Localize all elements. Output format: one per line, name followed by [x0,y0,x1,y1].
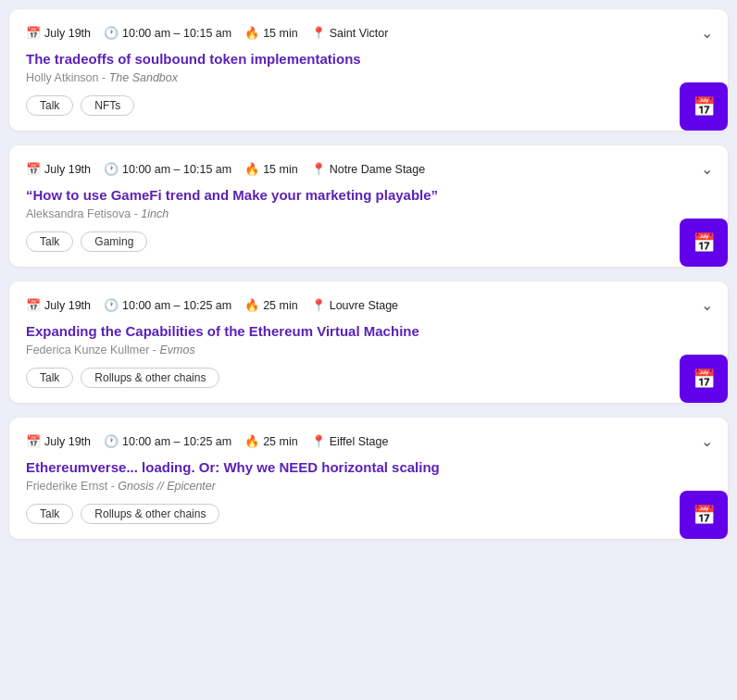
card-speaker: Holly Atkinson - The Sandbox [26,71,713,84]
location-text: Saint Victor [330,27,389,40]
fire-icon: 🔥 [244,162,259,176]
clock-icon: 🕐 [104,162,119,176]
expand-icon[interactable]: ⌄ [701,432,713,450]
location-meta: 📍 Notre Dame Stage [311,162,426,176]
date-meta: 📅 July 19th [26,162,91,176]
card-header: 📅 July 19th 🕐 10:00 am – 10:15 am 🔥 15 m… [26,160,713,178]
card-company: Evmos [160,344,195,356]
card-header: 📅 July 19th 🕐 10:00 am – 10:25 am 🔥 25 m… [26,296,713,314]
time-meta: 🕐 10:00 am – 10:25 am [104,298,231,312]
tag-list: TalkNFTs [26,95,713,116]
card-speaker: Federica Kunze Kullmer - Evmos [26,344,713,356]
date-meta: 📅 July 19th [26,298,91,312]
location-meta: 📍 Louvre Stage [311,298,398,312]
tag-item[interactable]: Gaming [81,231,147,252]
expand-icon[interactable]: ⌄ [701,24,713,42]
expand-icon[interactable]: ⌄ [701,160,713,178]
card-company: 1inch [141,207,169,220]
tag-item[interactable]: NFTs [81,95,134,116]
card-header: 📅 July 19th 🕐 10:00 am – 10:15 am 🔥 15 m… [26,24,713,42]
date-text: July 19th [44,435,91,448]
expand-icon[interactable]: ⌄ [701,296,713,314]
card-meta: 📅 July 19th 🕐 10:00 am – 10:15 am 🔥 15 m… [26,26,388,40]
tag-list: TalkRollups & other chains [26,368,713,388]
card-title[interactable]: The tradeoffs of soulbound token impleme… [26,51,713,67]
card-title[interactable]: Expanding the Capabilities of the Ethere… [26,323,713,339]
time-text: 10:00 am – 10:25 am [122,299,231,312]
clock-icon: 🕐 [104,26,119,40]
date-text: July 19th [44,27,91,40]
tag-item[interactable]: Talk [26,95,73,116]
card-meta: 📅 July 19th 🕐 10:00 am – 10:25 am 🔥 25 m… [26,298,398,312]
fire-icon: 🔥 [244,434,259,448]
time-text: 10:00 am – 10:15 am [122,163,231,176]
duration-text: 15 min [263,163,298,176]
location-text: Notre Dame Stage [330,163,426,176]
tag-item[interactable]: Talk [26,504,73,524]
card-title[interactable]: Ethereumverse... loading. Or: Why we NEE… [26,459,713,475]
duration-meta: 🔥 15 min [244,26,298,40]
add-to-calendar-button[interactable]: 📅 [680,355,728,403]
calendar-btn-icon: 📅 [693,231,716,254]
calendar-btn-icon: 📅 [693,368,716,390]
tag-item[interactable]: Rollups & other chains [81,368,219,388]
add-to-calendar-button[interactable]: 📅 [680,491,728,539]
fire-icon: 🔥 [244,26,259,40]
duration-text: 15 min [263,27,298,40]
add-to-calendar-button[interactable]: 📅 [680,219,728,267]
duration-meta: 🔥 15 min [244,162,298,176]
tag-list: TalkRollups & other chains [26,504,713,524]
calendar-btn-icon: 📅 [693,504,716,526]
time-text: 10:00 am – 10:25 am [122,435,231,448]
calendar-icon: 📅 [26,434,41,448]
calendar-icon: 📅 [26,26,41,40]
duration-text: 25 min [263,299,298,312]
location-meta: 📍 Saint Victor [311,26,389,40]
time-meta: 🕐 10:00 am – 10:15 am [104,26,231,40]
card-speaker: Aleksandra Fetisova - 1inch [26,207,713,220]
calendar-btn-icon: 📅 [693,95,716,118]
date-text: July 19th [44,163,91,176]
tag-item[interactable]: Rollups & other chains [81,504,219,524]
tag-item[interactable]: Talk [26,231,73,252]
location-icon: 📍 [311,162,326,176]
location-text: Louvre Stage [330,299,398,312]
date-text: July 19th [44,299,91,312]
calendar-icon: 📅 [26,298,41,312]
time-meta: 🕐 10:00 am – 10:15 am [104,162,231,176]
duration-meta: 🔥 25 min [244,298,298,312]
card-meta: 📅 July 19th 🕐 10:00 am – 10:25 am 🔥 25 m… [26,434,388,448]
card-meta: 📅 July 19th 🕐 10:00 am – 10:15 am 🔥 15 m… [26,162,425,176]
card-header: 📅 July 19th 🕐 10:00 am – 10:25 am 🔥 25 m… [26,432,713,450]
tag-list: TalkGaming [26,231,713,252]
duration-meta: 🔥 25 min [244,434,298,448]
location-text: Eiffel Stage [330,435,389,448]
event-card-3: 📅 July 19th 🕐 10:00 am – 10:25 am 🔥 25 m… [9,281,728,403]
location-meta: 📍 Eiffel Stage [311,434,389,448]
card-company: Gnosis // Epicenter [118,480,216,493]
fire-icon: 🔥 [244,298,259,312]
event-card-2: 📅 July 19th 🕐 10:00 am – 10:15 am 🔥 15 m… [9,145,728,267]
calendar-icon: 📅 [26,162,41,176]
clock-icon: 🕐 [104,298,119,312]
location-icon: 📍 [311,298,326,312]
date-meta: 📅 July 19th [26,26,91,40]
card-speaker: Friederike Ernst - Gnosis // Epicenter [26,480,713,493]
date-meta: 📅 July 19th [26,434,91,448]
duration-text: 25 min [263,435,298,448]
card-company: The Sandbox [109,71,178,84]
time-meta: 🕐 10:00 am – 10:25 am [104,434,231,448]
location-icon: 📍 [311,26,326,40]
add-to-calendar-button[interactable]: 📅 [680,82,728,131]
tag-item[interactable]: Talk [26,368,73,388]
event-card-1: 📅 July 19th 🕐 10:00 am – 10:15 am 🔥 15 m… [9,9,728,131]
time-text: 10:00 am – 10:15 am [122,27,231,40]
location-icon: 📍 [311,434,326,448]
event-card-4: 📅 July 19th 🕐 10:00 am – 10:25 am 🔥 25 m… [9,418,728,539]
clock-icon: 🕐 [104,434,119,448]
card-title[interactable]: “How to use GameFi trend and Make your m… [26,187,713,203]
